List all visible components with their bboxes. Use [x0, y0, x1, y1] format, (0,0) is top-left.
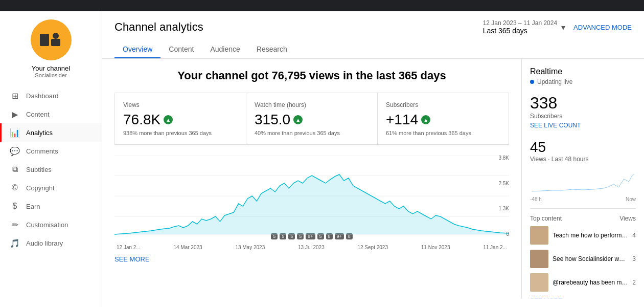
- sidebar-item-label: Audio library: [26, 239, 63, 247]
- sidebar-item-label: Comments: [26, 147, 58, 155]
- metric-note: 40% more than previous 365 days: [255, 130, 369, 136]
- metric-value: +114 ▲: [386, 112, 500, 128]
- top-content-header: Top content Views: [530, 215, 636, 222]
- metric-label: Watch time (hours): [255, 101, 369, 108]
- tab-overview[interactable]: Overview: [114, 41, 160, 58]
- realtime-subscribers-count: 338: [530, 94, 636, 113]
- chart-section: Your channel got 76,795 views in the las…: [102, 59, 521, 298]
- sidebar-item-earn[interactable]: $ Earn: [0, 197, 102, 215]
- date-range-period: Last 365 days: [483, 27, 557, 35]
- content-views-count: 3: [632, 255, 636, 262]
- metric-up-arrow: ▲: [164, 115, 173, 124]
- metric-up-arrow: ▲: [421, 115, 430, 124]
- metric-note: 938% more than previous 365 days: [123, 130, 238, 136]
- metric-card-watch-time-(hours): Watch time (hours) 315.0 ▲ 40% more than…: [246, 93, 378, 144]
- content-title: Teach me how to perform a s...: [553, 232, 628, 239]
- tab-content[interactable]: Content: [160, 41, 202, 58]
- see-more-button[interactable]: SEE MORE: [114, 255, 150, 263]
- date-range-text: 12 Jan 2023 – 11 Jan 2024: [483, 19, 557, 27]
- list-item: Teach me how to perform a s... 4: [530, 226, 636, 245]
- metric-label: Subscribers: [386, 101, 500, 108]
- realtime-views-count: 45: [530, 139, 636, 156]
- sidebar-item-customisation[interactable]: ✏ Customisation: [0, 215, 102, 234]
- realtime-live-indicator: Updating live: [530, 78, 636, 85]
- main-content: Channel analytics 12 Jan 2023 – 11 Jan 2…: [102, 11, 644, 307]
- tabs: OverviewContentAudienceResearch: [114, 41, 632, 58]
- comments-icon: 💬: [10, 146, 20, 156]
- svg-rect-0: [40, 34, 49, 46]
- page-title: Channel analytics: [114, 20, 203, 34]
- content-thumb: [530, 226, 548, 245]
- date-range-selector[interactable]: 12 Jan 2023 – 11 Jan 2024 Last 365 days …: [483, 19, 565, 35]
- realtime-live-label: Updating live: [537, 78, 572, 85]
- main-header: Channel analytics 12 Jan 2023 – 11 Jan 2…: [102, 11, 644, 59]
- top-content-list: Teach me how to perform a s... 4 See how…: [530, 226, 636, 292]
- channel-name: Your channel: [32, 64, 70, 72]
- sidebar-item-label: Dashboard: [26, 92, 59, 100]
- list-item: See how Socialinsider works i... 3: [530, 250, 636, 268]
- channel-handle: Socialinsider: [35, 72, 66, 78]
- svg-rect-1: [51, 39, 60, 46]
- content-title: See how Socialinsider works i...: [553, 255, 628, 262]
- chart-headline: Your channel got 76,795 views in the las…: [114, 69, 509, 82]
- mini-chart-end-label: Now: [626, 196, 636, 202]
- advanced-mode-button[interactable]: ADVANCED MODE: [573, 24, 632, 31]
- content-views-count: 2: [632, 279, 636, 286]
- content-title: @rarebeauty has been makin...: [553, 279, 628, 286]
- metrics-row: Views 76.8K ▲ 938% more than previous 36…: [114, 93, 509, 145]
- metric-label: Views: [123, 101, 238, 108]
- tab-research[interactable]: Research: [248, 41, 295, 58]
- sidebar-item-content[interactable]: ▶ Content: [0, 105, 102, 123]
- divider: [530, 208, 636, 209]
- subtitles-icon: ⧉: [10, 164, 20, 174]
- top-bar: [0, 0, 644, 11]
- sidebar-item-label: Content: [26, 111, 50, 118]
- content-thumb: [530, 273, 548, 292]
- metric-card-subscribers: Subscribers +114 ▲ 61% more than previou…: [378, 93, 509, 144]
- realtime-see-more-button[interactable]: SEE MORE: [530, 297, 636, 298]
- copyright-icon: ©: [10, 183, 20, 193]
- mini-chart-labels: -48 h Now: [530, 196, 636, 202]
- top-content-label: Top content: [530, 215, 562, 222]
- realtime-panel: Realtime Updating live 338 Subscribers S…: [521, 59, 644, 298]
- sidebar-item-label: Customisation: [26, 221, 68, 229]
- sidebar-item-analytics[interactable]: 📊 Analytics: [0, 123, 102, 142]
- svg-point-2: [53, 33, 59, 39]
- content-views-count: 4: [632, 232, 636, 239]
- live-dot-icon: [530, 80, 534, 84]
- mini-chart-start-label: -48 h: [530, 196, 542, 202]
- sidebar-item-label: Earn: [26, 203, 40, 210]
- analytics-body: Your channel got 76,795 views in the las…: [102, 59, 644, 298]
- customisation-icon: ✏: [10, 220, 20, 230]
- sidebar-item-copyright[interactable]: © Copyright: [0, 179, 102, 197]
- sidebar-item-label: Analytics: [26, 129, 53, 137]
- sidebar-item-dashboard[interactable]: ⊞ Dashboard: [0, 86, 102, 105]
- realtime-subscribers-label: Subscribers: [530, 113, 636, 120]
- sidebar-item-subtitles[interactable]: ⧉ Subtitles: [0, 160, 102, 179]
- sidebar-item-comments[interactable]: 💬 Comments: [0, 142, 102, 160]
- metric-value: 76.8K ▲: [123, 112, 238, 128]
- see-live-count-button[interactable]: SEE LIVE COUNT: [530, 122, 636, 129]
- metric-note: 61% more than previous 365 days: [386, 130, 500, 136]
- list-item: @rarebeauty has been makin... 2: [530, 273, 636, 292]
- metric-value: 315.0 ▲: [255, 112, 369, 128]
- realtime-title: Realtime: [530, 67, 636, 76]
- dashboard-icon: ⊞: [10, 91, 20, 101]
- channel-avatar: [31, 19, 72, 60]
- content-thumb: [530, 250, 548, 268]
- svg-marker-8: [114, 174, 509, 234]
- chart-y-labels: 3.8K 2.5K 1.3K 0: [498, 155, 509, 237]
- metric-up-arrow: ▲: [293, 115, 303, 124]
- sidebar-item-audio-library[interactable]: 🎵 Audio library: [0, 234, 102, 252]
- audio-library-icon: 🎵: [10, 238, 20, 248]
- sidebar: Your channel Socialinsider ⊞ Dashboard ▶…: [0, 11, 102, 307]
- realtime-views-label: Views · Last 48 hours: [530, 156, 636, 163]
- content-icon: ▶: [10, 109, 20, 119]
- sidebar-item-label: Copyright: [26, 184, 55, 192]
- metric-card-views: Views 76.8K ▲ 938% more than previous 36…: [115, 93, 246, 144]
- chart-container: 3.8K 2.5K 1.3K 0: [114, 155, 509, 237]
- analytics-icon: 📊: [10, 127, 20, 138]
- tab-audience[interactable]: Audience: [202, 41, 248, 58]
- chart-x-labels: 12 Jan 2... 14 Mar 2023 13 May 2023 13 J…: [114, 245, 509, 250]
- sidebar-item-label: Subtitles: [26, 166, 52, 173]
